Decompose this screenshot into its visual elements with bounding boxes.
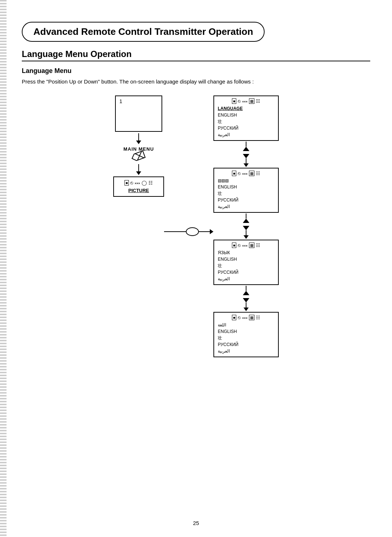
arrow-head-down-2 — [136, 171, 141, 175]
icon-l2-dots: ⁎⁎⁎ — [242, 171, 248, 175]
icon-l2-lang: ▩ — [249, 171, 254, 176]
arrow-head-right — [210, 229, 213, 234]
v-line-1 — [246, 142, 246, 147]
icon-l3-snd: ⎋ — [238, 243, 241, 248]
icon-l1-lang: ▩ — [249, 98, 254, 104]
lang-item-zh-3: 壮 — [218, 263, 274, 269]
v-line-2 — [246, 213, 246, 219]
arrow-right — [164, 227, 213, 236]
left-decorative-edge — [0, 0, 7, 537]
arrow-right-container — [164, 106, 213, 357]
section-divider — [22, 61, 370, 61]
lang-menu-1-icons: ■ ⎋ ⁎⁎⁎ ▩ ☷ — [232, 98, 260, 104]
lang-item-allugha: اللغة — [218, 322, 274, 328]
lang-item-russian-3: РУССКИЙ — [218, 269, 274, 276]
h-arrow-line — [164, 231, 186, 232]
lang-list-2: ▧▧▧ ENGLISH 壮 РУССКИЙ العربية — [218, 178, 274, 210]
lang-item-arabic-3: العربية — [218, 276, 274, 282]
icon-l3-lang: ▩ — [249, 243, 254, 248]
lang-item-zh-2: 壮 — [218, 190, 274, 197]
v-line-3b — [246, 302, 246, 308]
page-title: Advanced Remote Control Transmitter Oper… — [33, 26, 253, 37]
icon-l4-snd: ⎋ — [238, 315, 241, 320]
lang-item-indicator-2: ▧▧▧ — [218, 178, 274, 184]
title-box: Advanced Remote Control Transmitter Oper… — [22, 22, 265, 42]
lang-item-russian-1: РУССКИЙ — [218, 125, 274, 131]
lang-item-yazyk: ЯЗЫК — [218, 249, 274, 256]
triangle-up-3 — [243, 291, 249, 295]
arrow-screen-to-mainmenu — [136, 133, 141, 144]
lang-item-english-3: ENGLISH — [218, 256, 274, 263]
right-column: ■ ⎋ ⁎⁎⁎ ▩ ☷ LANGUAGE ENGLISH 壮 РУССКИЙ ا… — [213, 95, 279, 357]
icon-l3-dots: ⁎⁎⁎ — [242, 243, 248, 247]
icon-circle: ◯ — [142, 180, 147, 186]
lang-menu-2-icons: ■ ⎋ ⁎⁎⁎ ▩ ☷ — [232, 171, 260, 176]
picture-label: PICTURE — [128, 188, 149, 193]
triangle-down-1 — [243, 154, 249, 158]
lang-menu-3-icons: ■ ⎋ ⁎⁎⁎ ▩ ☷ — [232, 243, 260, 248]
screen-box: 1 — [115, 95, 162, 132]
picture-menu-icons: ■ ⎋ ⁎⁎⁎ ◯ ☷ — [124, 180, 153, 186]
arrow-down-2 — [244, 235, 249, 239]
icon-l1-dots: ⁎⁎⁎ — [242, 99, 248, 103]
subsection-title: Language Menu — [22, 67, 370, 75]
diagram: 1 MAIN MENU ⌫ ■ ⎋ ⁎⁎⁎ ◯ ☷ PICTURE — [22, 95, 370, 357]
arrow-mainmenu-to-picture — [136, 164, 141, 175]
cursor-icon: ⌫ — [130, 150, 147, 164]
left-column: 1 MAIN MENU ⌫ ■ ⎋ ⁎⁎⁎ ◯ ☷ PICTURE — [113, 95, 164, 357]
lang-item-english-1: ENGLISH — [218, 112, 274, 118]
icon-l3-grid: ☷ — [256, 243, 260, 248]
icon-l3-pic: ■ — [232, 243, 236, 248]
lang-menu-4-icons: ■ ⎋ ⁎⁎⁎ ▩ ☷ — [232, 315, 260, 320]
lang-list-1: LANGUAGE ENGLISH 壮 РУССКИЙ العربية — [218, 105, 274, 138]
lang-item-arabic-4: العربية — [218, 348, 274, 354]
lang-item-zh-1: 壮 — [218, 118, 274, 125]
icon-l1-snd: ⎋ — [238, 98, 241, 104]
arrow-down-3 — [244, 308, 249, 311]
lang-item-russian-4: РУССКИЙ — [218, 341, 274, 348]
arrow-head-down — [136, 141, 141, 144]
lang-menu-4: ■ ⎋ ⁎⁎⁎ ▩ ☷ اللغة ENGLISH 壮 РУССКИЙ العر… — [213, 312, 279, 357]
h-arrow-line-2 — [199, 231, 210, 232]
lang-item-zh-4: 壮 — [218, 335, 274, 341]
page-number: 25 — [193, 520, 199, 526]
lang-menu-3: ■ ⎋ ⁎⁎⁎ ▩ ☷ ЯЗЫК ENGLISH 壮 РУССКИЙ العرب… — [213, 240, 279, 285]
section-title: Language Menu Operation — [22, 49, 370, 59]
arrow-line-2 — [138, 164, 139, 171]
lang-list-3: ЯЗЫК ENGLISH 壮 РУССКИЙ العربية — [218, 249, 274, 282]
ud-arrow-1 — [243, 142, 249, 167]
lang-menu-1: ■ ⎋ ⁎⁎⁎ ▩ ☷ LANGUAGE ENGLISH 壮 РУССКИЙ ا… — [213, 95, 279, 141]
v-line-1b — [246, 158, 246, 163]
picture-menu-card: ■ ⎋ ⁎⁎⁎ ◯ ☷ PICTURE — [113, 176, 164, 197]
icon-sound: ⎋ — [130, 180, 133, 186]
icon-picture: ■ — [124, 180, 129, 186]
section-header: Language Menu Operation — [22, 49, 370, 59]
icon-l1-grid: ☷ — [256, 98, 260, 104]
svg-point-0 — [186, 228, 199, 236]
lang-item-english-4: ENGLISH — [218, 328, 274, 335]
lang-list-4: اللغة ENGLISH 壮 РУССКИЙ العربية — [218, 322, 274, 354]
description-text: Press the "Position Up or Down" button. … — [22, 78, 370, 85]
lang-item-arabic-2: العربية — [218, 203, 274, 210]
icon-l4-dots: ⁎⁎⁎ — [242, 316, 248, 320]
lang-menu-2: ■ ⎋ ⁎⁎⁎ ▩ ☷ ▧▧▧ ENGLISH 壮 РУССКИЙ العربي… — [213, 168, 279, 213]
icon-l4-lang: ▩ — [249, 315, 254, 320]
triangle-up-2 — [243, 219, 249, 223]
lang-item-language: LANGUAGE — [218, 105, 274, 112]
lang-item-russian-2: РУССКИЙ — [218, 197, 274, 203]
v-line-3 — [246, 286, 246, 291]
triangle-up-1 — [243, 147, 249, 151]
ud-arrow-2 — [243, 213, 249, 239]
lens-icon — [186, 227, 199, 236]
arrow-down-1 — [244, 163, 249, 167]
v-line-2b — [246, 230, 246, 235]
triangle-down-3 — [243, 298, 249, 302]
main-menu-area: MAIN MENU ⌫ — [123, 146, 154, 162]
ud-arrow-3 — [243, 286, 249, 311]
icon-grid: ☷ — [148, 180, 153, 186]
icon-l1-pic: ■ — [232, 98, 236, 104]
lang-item-english-2: ENGLISH — [218, 184, 274, 190]
screen-number: 1 — [119, 98, 122, 104]
triangle-down-2 — [243, 226, 249, 230]
icon-l4-grid: ☷ — [256, 315, 260, 320]
